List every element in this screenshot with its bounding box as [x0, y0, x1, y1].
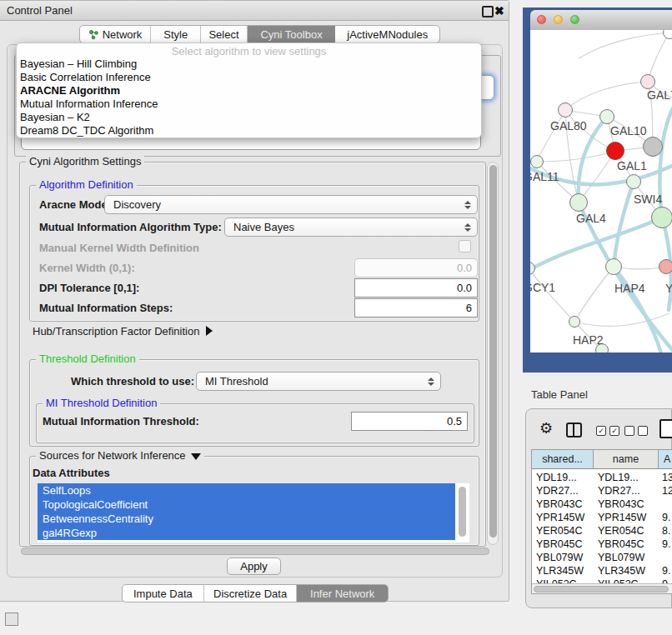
cell: YPR145W	[598, 511, 658, 524]
column-header-name[interactable]: name	[594, 450, 659, 469]
cell: YER054C	[598, 524, 658, 538]
network-window-titlebar[interactable]	[530, 10, 672, 31]
cell: YBL079W	[536, 551, 591, 564]
table-row[interactable]: YER054CYER054C8.	[532, 524, 672, 538]
network-canvas[interactable]: GAL7 GAL80 GAL10 GAL1 GAL11 SWI4 GAL4 GC…	[530, 30, 672, 352]
dropdown-item[interactable]: Basic Correlation Inference	[20, 71, 151, 84]
table-row[interactable]: YBR045CYBR045C9.	[532, 538, 672, 551]
tab-cyni-toolbox[interactable]: Cyni Toolbox	[248, 26, 336, 42]
gear-icon[interactable]: ⚙	[539, 421, 553, 436]
tab-select[interactable]: Select	[201, 26, 247, 42]
list-item[interactable]: TopologicalCoefficient	[38, 498, 455, 512]
network-node-swi4[interactable]	[626, 174, 641, 189]
network-node-gal4[interactable]	[569, 193, 588, 212]
tab-jactivemnodules[interactable]: jActiveMNodules	[335, 26, 439, 42]
hub-definition-toggle[interactable]: Hub/Transcription Factor Definition	[33, 325, 213, 338]
manual-kernel-checkbox[interactable]	[459, 240, 471, 252]
cell: YLR345W	[598, 564, 658, 578]
sources-title-row[interactable]: Sources for Network Inference	[36, 450, 204, 462]
dropdown-item[interactable]: Bayesian – Hill Climbing	[20, 58, 137, 71]
table-panel-title: Table Panel	[531, 388, 588, 401]
aracne-mode-combo[interactable]: Discovery	[104, 195, 478, 214]
settings-vertical-scrollbar[interactable]	[487, 162, 499, 545]
tab-impute-data[interactable]: Impute Data	[123, 585, 204, 602]
combo-spinner-icon	[425, 378, 437, 386]
table-row[interactable]: YBL079WYBL079W	[532, 551, 672, 564]
dropdown-item-highlighted[interactable]: ARACNE Algorithm	[20, 84, 120, 98]
kernel-width-field[interactable]: 0.0	[354, 258, 478, 278]
table-scrollbar-thumb[interactable]	[534, 586, 669, 592]
checked-box-icon: ✓	[609, 426, 619, 436]
control-panel-titlebar: Control Panel ✖	[0, 1, 509, 21]
combo-spinner-icon	[462, 201, 474, 209]
network-node-hap2[interactable]	[569, 316, 580, 328]
cell: 9.	[662, 538, 672, 551]
table-row-clipped[interactable]: YIL052CYIL052C9	[532, 578, 672, 583]
which-threshold-label: Which threshold to use:	[71, 372, 194, 391]
network-node-salmon[interactable]	[659, 259, 672, 274]
control-panel-tab-bar: Network Style Select Cyni Toolbox jActiv…	[79, 25, 440, 43]
cell: YDL19...	[598, 471, 658, 484]
tab-style[interactable]: Style	[151, 26, 201, 42]
cell: YBR043C	[598, 498, 658, 511]
dpi-tolerance-field[interactable]: 0.0	[354, 278, 478, 298]
settings-vertical-scrollbar-thumb[interactable]	[489, 165, 497, 538]
minimize-window-icon[interactable]	[554, 15, 563, 24]
list-item[interactable]: gal4RGexp	[38, 526, 455, 540]
column-header-shared-name[interactable]: shared...	[532, 450, 594, 469]
float-window-button[interactable]	[482, 6, 494, 18]
tab-select-label: Select	[208, 28, 238, 41]
node-label: Y	[665, 282, 672, 295]
network-node-gal7[interactable]	[640, 74, 655, 89]
collapsed-panel-icon[interactable]	[5, 612, 18, 626]
network-node-big-green[interactable]	[651, 207, 672, 228]
cell: 9.	[662, 511, 672, 524]
table-row[interactable]: YDL19...YDL19...13	[532, 471, 672, 484]
table-row[interactable]: YLR345WYLR345W9.	[532, 564, 672, 578]
network-node-gray[interactable]	[643, 137, 663, 157]
list-scrollbar-thumb[interactable]	[459, 487, 466, 537]
network-node-gal1-selected[interactable]	[606, 142, 624, 160]
mi-steps-field[interactable]: 6	[354, 298, 478, 318]
dropdown-item[interactable]: Bayesian – K2	[20, 111, 90, 124]
column-header-clipped[interactable]: A	[659, 450, 672, 469]
list-item[interactable]: BetweennessCentrality	[38, 512, 455, 526]
which-threshold-combo[interactable]: MI Threshold	[196, 372, 441, 391]
apply-button[interactable]: Apply	[227, 558, 281, 575]
zoom-window-icon[interactable]	[570, 15, 579, 24]
table-row[interactable]: YBR043CYBR043C	[532, 498, 672, 511]
table-row[interactable]: YDR27...YDR27...12	[532, 484, 672, 498]
tab-discretize-data[interactable]: Discretize Data	[204, 585, 298, 602]
tab-network[interactable]: Network	[80, 26, 151, 42]
sources-title: Sources for Network Inference	[39, 449, 186, 462]
hub-definition-label: Hub/Transcription Factor Definition	[33, 325, 199, 338]
settings-horizontal-scrollbar[interactable]	[21, 548, 489, 555]
table-row[interactable]: YPR145WYPR145W9.	[532, 511, 672, 524]
network-node-gal10[interactable]	[599, 109, 614, 124]
cell: YBL079W	[598, 551, 658, 564]
cell: YDR27...	[536, 484, 591, 498]
table-horizontal-scrollbar[interactable]	[532, 583, 672, 594]
dropdown-item[interactable]: Mutual Information Inference	[20, 98, 158, 111]
close-icon[interactable]: ✖	[494, 2, 504, 19]
dropdown-item[interactable]: Dream8 DC_TDC Algorithm	[20, 124, 153, 138]
tab-jactivemnodules-label: jActiveMNodules	[347, 28, 428, 41]
export-table-icon[interactable]	[659, 419, 672, 438]
columns-icon[interactable]	[566, 422, 582, 438]
select-all-columns-icon[interactable]: ✓ ✓	[596, 426, 619, 436]
mi-steps-label: Mutual Information Steps:	[39, 298, 173, 318]
tab-infer-network[interactable]: Infer Network	[297, 585, 388, 602]
mi-threshold-field[interactable]: 0.5	[351, 412, 468, 431]
cell: YDR27...	[598, 484, 658, 498]
network-node-gal11[interactable]	[530, 155, 544, 168]
control-panel: Control Panel ✖ Network Style Select Cyn…	[0, 0, 509, 602]
deselect-all-columns-icon[interactable]	[624, 426, 648, 436]
mi-type-combo[interactable]: Naive Bayes	[224, 218, 478, 237]
cell: YIL052C	[536, 578, 591, 583]
close-window-icon[interactable]	[537, 15, 546, 24]
network-node-gal80[interactable]	[558, 102, 573, 118]
list-item[interactable]: SelfLoops	[38, 483, 455, 498]
network-node-hap4[interactable]	[605, 258, 622, 275]
bottom-tab-bar: Impute Data Discretize Data Infer Networ…	[122, 584, 389, 602]
cell: YBR043C	[536, 498, 591, 511]
